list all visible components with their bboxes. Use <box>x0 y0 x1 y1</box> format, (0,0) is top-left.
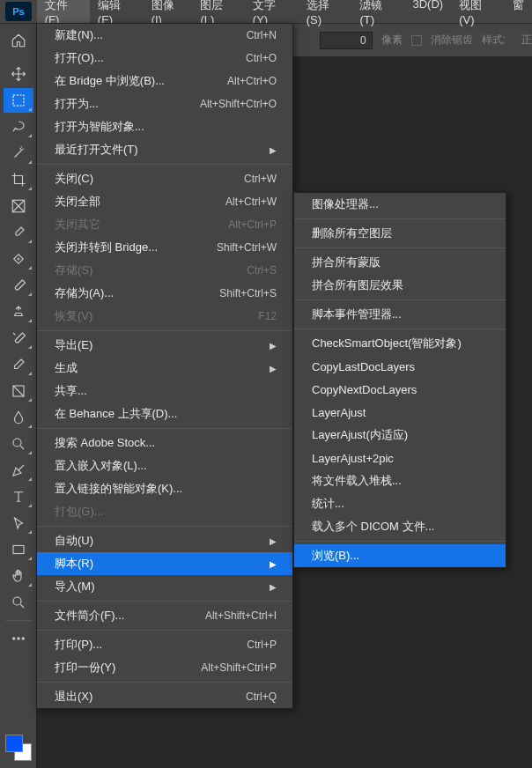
menu-item[interactable]: 关闭(C)Ctrl+W <box>37 167 292 190</box>
menu-item[interactable]: LayerAjust <box>294 401 506 424</box>
path-selection-tool-icon[interactable] <box>4 511 33 535</box>
menu-item[interactable]: 在 Behance 上共享(D)... <box>37 402 292 425</box>
menu-item[interactable]: 打开为...Alt+Shift+Ctrl+O <box>37 92 292 115</box>
pixels-label: 像素 <box>381 33 403 48</box>
menu-item[interactable]: CopyLastDocLayers <box>294 355 506 378</box>
healing-brush-tool-icon[interactable] <box>4 247 33 271</box>
color-swatches[interactable] <box>5 735 32 761</box>
menu-item[interactable]: 文件简介(F)...Alt+Shift+Ctrl+I <box>37 604 292 627</box>
menu-item-label: 导入(M) <box>55 579 95 594</box>
script-submenu: 图像处理器...删除所有空图层拼合所有蒙版拼合所有图层效果脚本事件管理器...C… <box>293 192 506 568</box>
menu-item[interactable]: CopyNextDocLayers <box>294 378 506 401</box>
blur-tool-icon[interactable] <box>4 405 33 430</box>
dodge-tool-icon[interactable] <box>4 432 33 456</box>
pixels-field[interactable]: 0 <box>320 32 373 49</box>
menu-separator <box>294 218 506 219</box>
foreground-color-swatch[interactable] <box>5 735 23 752</box>
menubar-item[interactable]: 视图(V) <box>451 0 505 30</box>
menu-item[interactable]: 存储为(A)...Shift+Ctrl+S <box>37 282 292 305</box>
menu-item[interactable]: 退出(X)Ctrl+Q <box>37 685 292 708</box>
menu-item: 恢复(V)F12 <box>37 305 292 328</box>
menu-item-shortcut: Ctrl+O <box>246 52 277 64</box>
history-brush-tool-icon[interactable] <box>4 326 33 351</box>
menu-item[interactable]: 拼合所有蒙版 <box>294 251 506 274</box>
submenu-arrow-icon: ▶ <box>270 582 277 592</box>
menu-item[interactable]: 在 Bridge 中浏览(B)...Alt+Ctrl+O <box>37 70 292 92</box>
menu-item[interactable]: 打印(P)...Ctrl+P <box>37 633 292 656</box>
style-value[interactable]: 正 <box>521 33 532 48</box>
menu-item[interactable]: 置入链接的智能对象(K)... <box>37 477 292 500</box>
pen-tool-icon[interactable] <box>4 458 33 483</box>
menu-item[interactable]: 关闭全部Alt+Ctrl+W <box>37 190 292 213</box>
antialias-checkbox[interactable] <box>411 35 422 46</box>
menu-item[interactable]: 共享... <box>37 380 292 402</box>
magic-wand-tool-icon[interactable] <box>4 141 33 166</box>
frame-tool-icon[interactable] <box>4 194 33 218</box>
menu-item[interactable]: CheckSmartObject(智能对象) <box>294 332 506 355</box>
eraser-tool-icon[interactable] <box>4 352 33 377</box>
menu-item-label: 打印(P)... <box>55 637 102 653</box>
menu-item[interactable]: 生成▶ <box>37 357 292 380</box>
menu-item[interactable]: 打开(O)...Ctrl+O <box>37 47 292 70</box>
menu-item-shortcut: Alt+Ctrl+W <box>225 196 277 208</box>
menubar-item[interactable]: 3D(D) <box>405 0 452 30</box>
menu-item[interactable]: 打印一份(Y)Alt+Shift+Ctrl+P <box>37 656 292 679</box>
menu-item-label: 打开为... <box>55 96 99 112</box>
menu-separator <box>37 601 292 602</box>
menu-item-label: 搜索 Adobe Stock... <box>55 435 155 451</box>
type-tool-icon[interactable] <box>4 484 33 509</box>
menu-item[interactable]: 拼合所有图层效果 <box>294 274 506 297</box>
menu-item[interactable]: 导入(M)▶ <box>37 575 292 598</box>
menu-item[interactable]: 新建(N)...Ctrl+N <box>37 24 292 47</box>
menu-separator <box>37 330 292 331</box>
hand-tool-icon[interactable] <box>4 564 33 588</box>
menu-item[interactable]: 最近打开文件(T)▶ <box>37 138 292 161</box>
clone-stamp-tool-icon[interactable] <box>4 299 33 324</box>
lasso-tool-icon[interactable] <box>4 114 33 139</box>
menu-item[interactable]: LayerAjust(内适应) <box>294 424 506 447</box>
zoom-tool-icon[interactable] <box>4 590 33 615</box>
menu-item-shortcut: Ctrl+P <box>247 639 277 651</box>
home-icon[interactable] <box>9 31 28 50</box>
svg-rect-5 <box>13 546 24 554</box>
menu-item[interactable]: 置入嵌入对象(L)... <box>37 454 292 477</box>
edit-toolbar-icon[interactable] <box>4 626 33 651</box>
menubar-item[interactable]: 窗 <box>505 0 532 30</box>
submenu-arrow-icon: ▶ <box>270 559 277 569</box>
eyedropper-tool-icon[interactable] <box>4 220 33 245</box>
menu-item[interactable]: 浏览(B)... <box>294 544 506 567</box>
menu-item-label: 共享... <box>55 383 87 399</box>
marquee-tool-icon[interactable] <box>4 88 33 113</box>
menu-item[interactable]: 脚本(R)▶ <box>37 552 292 575</box>
menu-item[interactable]: 关闭并转到 Bridge...Shift+Ctrl+W <box>37 236 292 259</box>
menu-item-label: 自动(U) <box>55 533 93 549</box>
menu-item-label: 拼合所有图层效果 <box>312 277 403 293</box>
menu-item-shortcut: Alt+Shift+Ctrl+P <box>201 661 277 674</box>
menubar-item[interactable]: 滤镜(T) <box>351 0 404 30</box>
menu-item[interactable]: 图像处理器... <box>294 193 506 216</box>
file-menu-dropdown: 新建(N)...Ctrl+N打开(O)...Ctrl+O在 Bridge 中浏览… <box>36 23 293 709</box>
menu-item[interactable]: 载入多个 DICOM 文件... <box>294 515 506 538</box>
crop-tool-icon[interactable] <box>4 167 33 192</box>
move-tool-icon[interactable] <box>4 62 33 86</box>
menu-item[interactable]: 删除所有空图层 <box>294 222 506 245</box>
menu-item[interactable]: 脚本事件管理器... <box>294 303 506 326</box>
brush-tool-icon[interactable] <box>4 273 33 298</box>
menu-item[interactable]: 统计... <box>294 492 506 515</box>
rectangle-tool-icon[interactable] <box>4 537 33 562</box>
menu-item[interactable]: 打开为智能对象... <box>37 115 292 138</box>
menu-item[interactable]: 将文件载入堆栈... <box>294 469 506 492</box>
gradient-tool-icon[interactable] <box>4 379 33 403</box>
menu-item[interactable]: LayerAjust+2pic <box>294 447 506 469</box>
app-logo-icon: Ps <box>5 2 32 21</box>
menu-item[interactable]: 导出(E)▶ <box>37 334 292 357</box>
menubar-item[interactable]: 选择(S) <box>299 0 352 30</box>
menu-item-shortcut: Ctrl+Q <box>246 690 277 703</box>
menu-separator <box>294 329 506 329</box>
menu-item[interactable]: 搜索 Adobe Stock... <box>37 432 292 454</box>
submenu-arrow-icon: ▶ <box>270 536 277 546</box>
menu-item-label: 载入多个 DICOM 文件... <box>312 519 434 535</box>
menubar: Ps 文件(F)编辑(E)图像(I)图层(L)文字(Y)选择(S)滤镜(T)3D… <box>0 0 532 23</box>
menu-item[interactable]: 自动(U)▶ <box>37 529 292 552</box>
svg-point-4 <box>13 439 21 447</box>
